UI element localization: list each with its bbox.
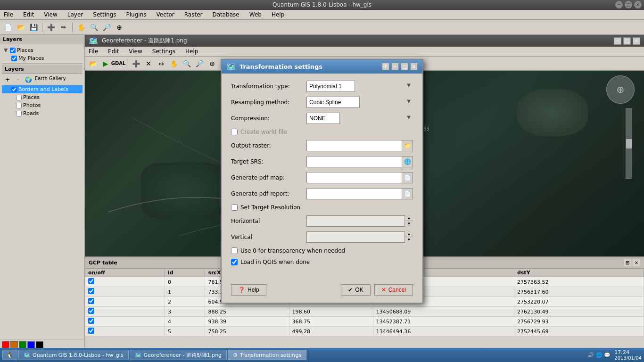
vertical-label: Vertical	[231, 234, 306, 240]
target-srs-input-group: USER:100001 🌐	[306, 156, 413, 167]
dialog-help-btn[interactable]: ?	[382, 63, 389, 70]
taskbar-item-georef[interactable]: 🗺️ Georeferencer - 道路點陣1.png	[130, 350, 227, 360]
transform-taskbar-icon: ⚙️	[233, 352, 238, 358]
ok-button[interactable]: ✔ OK	[341, 284, 370, 296]
use-zero-transparency-row: Use 0 for transparency when needed	[231, 247, 413, 254]
set-target-resolution-row: Set Target Resolution	[231, 204, 413, 211]
modal-overlay: 🗺️ Transformation settings ? ─ □ ✕ Trans…	[0, 0, 644, 362]
vertical-spinbox-wrap: -1.00000 ▲ ▼	[306, 231, 413, 243]
set-target-resolution-label: Set Target Resolution	[240, 204, 300, 211]
target-srs-label: Target SRS:	[231, 158, 306, 165]
cancel-button[interactable]: ✕ Cancel	[374, 284, 413, 296]
output-raster-label: Output raster:	[231, 142, 306, 149]
resampling-method-label: Resampling method:	[231, 99, 306, 106]
clock-area: 17:24 2013/01/04	[614, 349, 642, 361]
horizontal-spinbox-wrap: 1.00000 ▲ ▼	[306, 215, 413, 227]
generate-pdf-report-input-group: 📄	[306, 188, 413, 199]
set-target-resolution-checkbox[interactable]	[231, 204, 238, 211]
start-icon: 🐧	[7, 352, 13, 358]
dialog-title-content: 🗺️ Transformation settings	[226, 62, 322, 71]
system-tray-icons: 🔊 🌐 💬	[587, 352, 611, 358]
dialog-icon: 🗺️	[226, 62, 236, 71]
help-button[interactable]: ❓ Help	[231, 284, 266, 296]
ok-icon: ✔	[348, 287, 353, 293]
load-in-qgis-row: Load in QGIS when done	[231, 259, 413, 265]
horizontal-spin-down[interactable]: ▼	[405, 221, 413, 227]
dialog-title-bar: 🗺️ Transformation settings ? ─ □ ✕	[222, 60, 422, 74]
horizontal-label: Horizontal	[231, 218, 306, 224]
cancel-button-label: Cancel	[388, 287, 406, 293]
vertical-spinbox[interactable]: -1.00000	[306, 231, 413, 243]
horizontal-row: Horizontal 1.00000 ▲ ▼	[231, 215, 413, 227]
cancel-icon: ✕	[381, 287, 386, 293]
generate-pdf-report-btn[interactable]: 📄	[402, 188, 413, 199]
dialog-minimize-btn[interactable]: ─	[391, 63, 399, 70]
transformation-type-label: Transformation type:	[231, 83, 306, 90]
help-icon: ❓	[238, 287, 245, 293]
generate-pdf-map-input-group: 📄	[306, 172, 413, 183]
generate-pdf-report-input[interactable]	[306, 188, 402, 199]
qgis-taskbar-icon: 🗺️	[24, 352, 30, 358]
dialog-content: Transformation type: Polynomial 1 Polyno…	[222, 74, 422, 277]
load-in-qgis-label: Load in QGIS when done	[240, 259, 310, 265]
target-srs-row: Target SRS: USER:100001 🌐	[231, 156, 413, 167]
dialog-maximize-btn[interactable]: □	[401, 63, 408, 70]
output-raster-input-group: /home/kuanyui/其他/GIS/reference.tif 📁	[306, 140, 413, 151]
transformation-type-select-wrap: Polynomial 1 Polynomial 2 Polynomial 3 T…	[306, 81, 413, 92]
ok-button-label: OK	[355, 287, 363, 293]
compression-row: Compression: NONE LZW PACKBITS DEFLATE	[231, 113, 413, 124]
taskbar-item-transform[interactable]: ⚙️ Transformation settings	[228, 350, 306, 360]
horizontal-spinbox[interactable]: 1.00000	[306, 215, 413, 227]
vertical-row: Vertical -1.00000 ▲ ▼	[231, 231, 413, 243]
horizontal-spinbox-arrows: ▲ ▼	[405, 215, 413, 227]
qgis-taskbar-label: Quantum GIS 1.8.0-Lisboa - hw_gis	[33, 352, 124, 358]
resampling-method-select-wrap: Nearest Neighbour Linear Cubic Cubic Spl…	[306, 97, 413, 108]
georef-taskbar-label: Georeferencer - 道路點陣1.png	[144, 352, 222, 359]
load-in-qgis-checkbox[interactable]	[231, 259, 238, 265]
compression-select-wrap: NONE LZW PACKBITS DEFLATE	[306, 113, 413, 124]
ok-cancel-group: ✔ OK ✕ Cancel	[341, 284, 413, 296]
transformation-type-row: Transformation type: Polynomial 1 Polyno…	[231, 81, 413, 92]
resampling-method-row: Resampling method: Nearest Neighbour Lin…	[231, 97, 413, 108]
taskbar-right-area: 🔊 🌐 💬 17:24 2013/01/04	[587, 349, 642, 361]
taskbar-item-qgis[interactable]: 🗺️ Quantum GIS 1.8.0-Lisboa - hw_gis	[18, 350, 129, 360]
generate-pdf-map-input[interactable]	[306, 172, 402, 183]
create-world-file-row: Create world file	[231, 129, 413, 135]
generate-pdf-map-label: Generate pdf map:	[231, 174, 306, 181]
generate-pdf-report-row: Generate pdf report: 📄	[231, 188, 413, 199]
create-world-file-checkbox[interactable]	[231, 129, 238, 135]
clock-date: 2013/01/04	[614, 355, 642, 361]
compression-select[interactable]: NONE LZW PACKBITS DEFLATE	[306, 113, 340, 124]
help-button-label: Help	[248, 287, 259, 293]
dialog-close-btn[interactable]: ✕	[410, 63, 418, 70]
vertical-spin-up[interactable]: ▲	[405, 231, 413, 238]
create-world-file-label: Create world file	[240, 129, 287, 135]
target-srs-input[interactable]: USER:100001	[306, 156, 402, 167]
resampling-method-select[interactable]: Nearest Neighbour Linear Cubic Cubic Spl…	[306, 97, 360, 108]
taskbar: 🐧 🗺️ Quantum GIS 1.8.0-Lisboa - hw_gis 🗺…	[0, 348, 644, 362]
use-zero-transparency-label: Use 0 for transparency when needed	[240, 247, 345, 254]
clock-time: 17:24	[614, 349, 642, 355]
dialog-window-controls: ? ─ □ ✕	[382, 63, 418, 70]
target-srs-browse-btn[interactable]: 🌐	[402, 156, 413, 167]
transformation-type-select[interactable]: Polynomial 1 Polynomial 2 Polynomial 3 T…	[306, 81, 355, 92]
output-raster-row: Output raster: /home/kuanyui/其他/GIS/refe…	[231, 140, 413, 151]
horizontal-spin-up[interactable]: ▲	[405, 215, 413, 222]
taskbar-start[interactable]: 🐧	[2, 350, 17, 360]
transformation-settings-dialog: 🗺️ Transformation settings ? ─ □ ✕ Trans…	[221, 59, 423, 304]
vertical-spin-down[interactable]: ▼	[405, 237, 413, 243]
generate-pdf-report-label: Generate pdf report:	[231, 190, 306, 197]
use-zero-transparency-checkbox[interactable]	[231, 247, 238, 254]
dialog-footer: ❓ Help ✔ OK ✕ Cancel	[222, 280, 422, 303]
vertical-spinbox-arrows: ▲ ▼	[405, 231, 413, 243]
compression-label: Compression:	[231, 115, 306, 122]
generate-pdf-map-row: Generate pdf map: 📄	[231, 172, 413, 183]
georef-taskbar-icon: 🗺️	[135, 352, 141, 358]
output-raster-browse-btn[interactable]: 📁	[402, 140, 413, 151]
output-raster-input[interactable]: /home/kuanyui/其他/GIS/reference.tif	[306, 140, 402, 151]
dialog-title-text: Transformation settings	[239, 63, 322, 70]
generate-pdf-map-btn[interactable]: 📄	[402, 172, 413, 183]
transform-taskbar-label: Transformation settings	[240, 352, 301, 358]
